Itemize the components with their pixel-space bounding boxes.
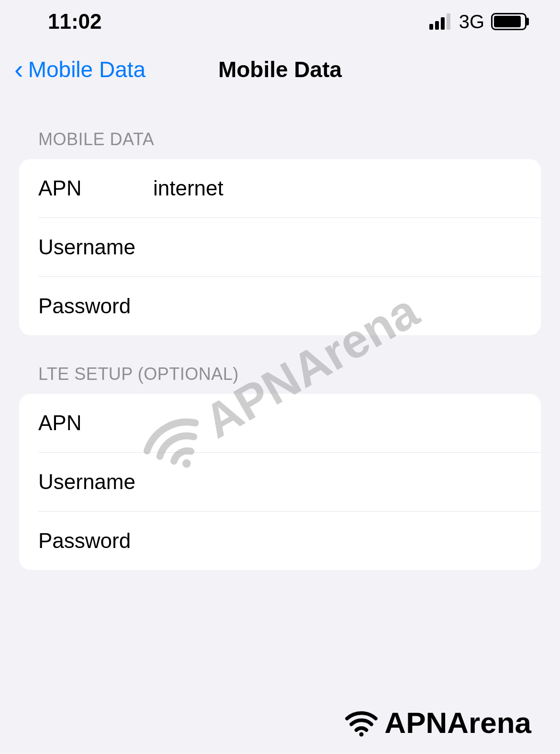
page-title: Mobile Data: [218, 57, 342, 82]
section-header: LTE SETUP (OPTIONAL): [19, 364, 541, 394]
row-apn[interactable]: APN: [19, 159, 541, 217]
row-label: Password: [38, 294, 153, 318]
status-bar: 11:02 3G: [0, 0, 560, 53]
username-input[interactable]: [153, 470, 522, 494]
row-password[interactable]: Password: [38, 276, 541, 335]
section-mobile-data: MOBILE DATA APN Username Password: [0, 129, 560, 335]
logo-text: APNArena: [384, 706, 531, 740]
row-apn[interactable]: APN: [19, 394, 541, 452]
section-header: MOBILE DATA: [19, 129, 541, 159]
username-input[interactable]: [153, 235, 522, 259]
wifi-icon: [342, 708, 381, 737]
apn-input[interactable]: [153, 411, 522, 435]
apn-input[interactable]: [153, 176, 522, 200]
section-group: APN Username Password: [19, 394, 541, 570]
status-time: 11:02: [48, 10, 102, 34]
row-password[interactable]: Password: [38, 511, 541, 570]
password-input[interactable]: [153, 294, 522, 318]
battery-icon: [491, 13, 526, 30]
status-right: 3G: [429, 11, 526, 33]
network-type: 3G: [459, 11, 484, 33]
row-username[interactable]: Username: [38, 217, 541, 276]
chevron-left-icon: ‹: [14, 56, 23, 83]
section-group: APN Username Password: [19, 159, 541, 335]
row-label: Password: [38, 529, 153, 553]
row-label: Username: [38, 235, 153, 259]
nav-bar: ‹ Mobile Data Mobile Data: [0, 53, 560, 101]
signal-icon: [429, 13, 450, 30]
row-label: APN: [38, 176, 153, 200]
row-label: Username: [38, 470, 153, 494]
row-label: APN: [38, 411, 153, 435]
row-username[interactable]: Username: [38, 452, 541, 511]
back-button[interactable]: ‹ Mobile Data: [14, 56, 146, 83]
password-input[interactable]: [153, 529, 522, 553]
bottom-logo: APNArena: [342, 706, 531, 740]
back-label: Mobile Data: [28, 57, 146, 82]
svg-point-1: [359, 732, 364, 736]
section-lte-setup: LTE SETUP (OPTIONAL) APN Username Passwo…: [0, 364, 560, 570]
